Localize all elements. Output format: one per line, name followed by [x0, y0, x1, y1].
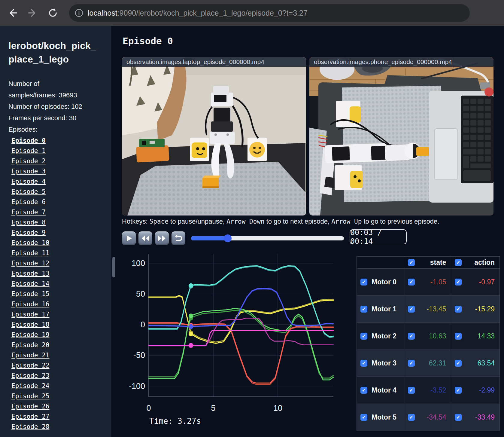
- url-bar[interactable]: localhost:9090/lerobot/koch_pick_place_1…: [69, 4, 470, 22]
- play-button[interactable]: [122, 231, 136, 245]
- orange-brick-top: [416, 147, 430, 156]
- episode-list-item: Episode 27: [11, 412, 111, 422]
- motor-4-checkbox[interactable]: ✓: [360, 387, 367, 394]
- motor-chart[interactable]: 100500-50-1000510: [120, 249, 342, 418]
- video-phone[interactable]: observation.images.phone_episode_000000.…: [309, 57, 493, 215]
- motor-4-state-value: -3.52: [430, 386, 446, 394]
- episode-link-episode-20[interactable]: Episode 20: [11, 341, 49, 349]
- state-column-checkbox[interactable]: ✓: [408, 259, 415, 266]
- url-path: :9090/lerobot/koch_pick_place_1_lego/epi…: [117, 9, 308, 17]
- slider-fill: [191, 236, 228, 240]
- motor-0-checkbox[interactable]: ✓: [360, 279, 367, 286]
- laptop-video-frame: [122, 57, 306, 215]
- episode-list-item: Episode 26: [11, 402, 111, 412]
- episode-link-episode-6[interactable]: Episode 6: [11, 198, 46, 206]
- episode-link-episode-22[interactable]: Episode 22: [11, 362, 49, 369]
- episode-link-episode-12[interactable]: Episode 12: [11, 260, 49, 267]
- action-header: action: [474, 258, 495, 267]
- loop-button[interactable]: [172, 231, 185, 245]
- episode-link-episode-23[interactable]: Episode 23: [11, 372, 49, 379]
- motor-0-state-value: -1.05: [430, 278, 446, 286]
- fast-forward-button[interactable]: [155, 231, 169, 245]
- motor-0-state-checkbox[interactable]: ✓: [408, 279, 415, 286]
- laptop: [429, 91, 493, 203]
- slider-thumb[interactable]: [224, 234, 232, 242]
- episode-link-episode-15[interactable]: Episode 15: [11, 290, 49, 298]
- motor-4-state-checkbox[interactable]: ✓: [408, 387, 415, 394]
- motor-2-action-checkbox[interactable]: ✓: [455, 333, 462, 340]
- motor-0-action-checkbox[interactable]: ✓: [455, 279, 462, 286]
- motor-3-state-value: 62.31: [429, 359, 446, 367]
- motor-2-state-checkbox[interactable]: ✓: [408, 333, 415, 340]
- dataset-title: lerobot/koch_pick_place_1_lego: [8, 39, 102, 66]
- action-column-checkbox[interactable]: ✓: [455, 259, 462, 266]
- episode-link-episode-8[interactable]: Episode 8: [11, 219, 46, 226]
- episode-link-episode-14[interactable]: Episode 14: [11, 280, 49, 287]
- episode-link-episode-5[interactable]: Episode 5: [11, 188, 46, 195]
- episode-link-episode-2[interactable]: Episode 2: [11, 157, 46, 165]
- motor-3-checkbox[interactable]: ✓: [360, 360, 367, 367]
- red-object: [484, 87, 493, 96]
- episode-link-episode-10[interactable]: Episode 10: [11, 239, 49, 246]
- motor-4-action-value: -2.99: [479, 386, 495, 394]
- back-icon[interactable]: [6, 7, 19, 19]
- episode-list-item: Episode 18: [11, 320, 111, 330]
- episode-list-item: Episode 15: [11, 289, 111, 299]
- episode-list-item: Episode 0: [11, 136, 111, 146]
- episode-link-episode-18[interactable]: Episode 18: [11, 321, 49, 328]
- episode-link-episode-0[interactable]: Episode 0: [11, 137, 46, 144]
- motor-row-2: ✓Motor 2✓10.63✓14.33: [357, 323, 500, 350]
- episode-link-episode-27[interactable]: Episode 27: [11, 413, 49, 420]
- episode-link-episode-7[interactable]: Episode 7: [11, 209, 46, 216]
- episode-link-episode-13[interactable]: Episode 13: [11, 270, 49, 277]
- episode-list-item: Episode 8: [11, 218, 111, 228]
- fast-forward-icon: [158, 235, 166, 242]
- svg-text:0: 0: [146, 404, 151, 413]
- episode-link-episode-4[interactable]: Episode 4: [11, 178, 46, 185]
- motor-2-checkbox[interactable]: ✓: [360, 333, 367, 340]
- reload-icon[interactable]: [47, 7, 59, 19]
- motor-0-action-value: -0.97: [479, 278, 495, 286]
- state-header: state: [430, 258, 446, 267]
- episode-link-episode-19[interactable]: Episode 19: [11, 331, 49, 338]
- episode-link-episode-17[interactable]: Episode 17: [11, 311, 49, 318]
- motor-5-action-checkbox[interactable]: ✓: [455, 414, 462, 421]
- svg-text:0: 0: [141, 320, 145, 329]
- motor-5-checkbox[interactable]: ✓: [360, 414, 367, 421]
- svg-text:-50: -50: [133, 351, 145, 360]
- video-label-phone: observation.images.phone_episode_000000.…: [309, 57, 493, 67]
- episode-list-item: Episode 1: [11, 146, 111, 156]
- video-laptop[interactable]: observation.images.laptop_episode_000000…: [122, 57, 306, 215]
- site-info-icon[interactable]: [74, 8, 83, 17]
- episode-link-episode-16[interactable]: Episode 16: [11, 301, 49, 308]
- motor-name: Motor 3: [372, 359, 396, 367]
- hotkey-arrow-up: Arrow Up: [331, 218, 362, 225]
- rewind-button[interactable]: [138, 231, 152, 245]
- motor-4-action-checkbox[interactable]: ✓: [455, 387, 462, 394]
- motor-2-state-value: 10.63: [429, 332, 446, 340]
- motor-1-action-value: -15.29: [475, 305, 495, 313]
- motor-1-checkbox[interactable]: ✓: [360, 306, 367, 313]
- time-display: 00:03 / 00:14: [350, 229, 407, 244]
- forward-icon[interactable]: [26, 7, 39, 19]
- episode-link-episode-28[interactable]: Episode 28: [11, 423, 49, 430]
- browser-topbar: localhost:9090/lerobot/koch_pick_place_1…: [0, 0, 504, 26]
- episode-link-episode-21[interactable]: Episode 21: [11, 352, 49, 359]
- scrollbar-thumb[interactable]: [112, 257, 115, 277]
- episode-link-episode-3[interactable]: Episode 3: [11, 168, 46, 175]
- motor-3-state-checkbox[interactable]: ✓: [408, 360, 415, 367]
- motor-3-action-value: 63.54: [477, 359, 495, 367]
- episode-link-episode-24[interactable]: Episode 24: [11, 382, 49, 390]
- episode-link-episode-9[interactable]: Episode 9: [11, 229, 46, 236]
- motor-3-action-checkbox[interactable]: ✓: [455, 360, 462, 367]
- episode-link-episode-11[interactable]: Episode 11: [11, 249, 49, 257]
- motor-row-1: ✓Motor 1✓-13.45✓-15.29: [357, 296, 500, 323]
- motor-1-action-checkbox[interactable]: ✓: [455, 306, 462, 313]
- timeline-slider[interactable]: [191, 236, 344, 240]
- motor-1-state-checkbox[interactable]: ✓: [408, 306, 415, 313]
- episode-link-episode-25[interactable]: Episode 25: [11, 393, 49, 400]
- episode-list-item: Episode 14: [11, 279, 111, 289]
- episode-link-episode-1[interactable]: Episode 1: [11, 147, 46, 154]
- episode-link-episode-26[interactable]: Episode 26: [11, 403, 49, 410]
- motor-5-state-checkbox[interactable]: ✓: [408, 414, 415, 421]
